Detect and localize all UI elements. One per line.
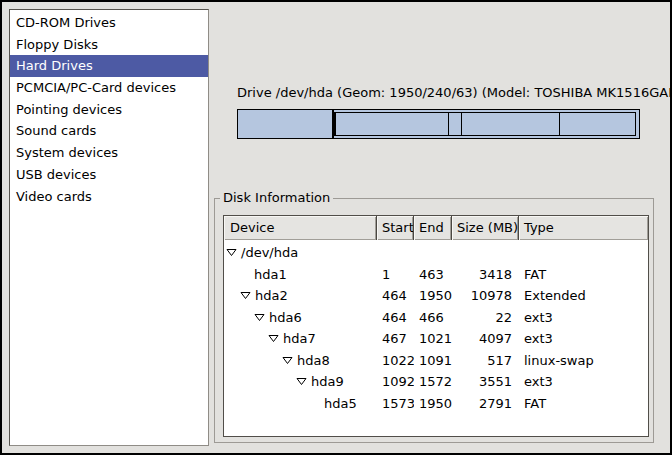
size-cell: 3551 bbox=[452, 371, 519, 393]
table-row-hda8[interactable]: hda810221091517linux-swap bbox=[224, 350, 648, 372]
end-cell: 1572 bbox=[414, 371, 452, 393]
type-cell: FAT bbox=[519, 393, 648, 415]
start-cell: 1 bbox=[377, 264, 414, 286]
type-cell bbox=[519, 242, 648, 264]
sidebar-item-pcmcia-pc-card-devices[interactable]: PCMCIA/PC-Card devices bbox=[10, 77, 208, 99]
partition-segment-hda2 bbox=[333, 109, 640, 139]
table-row-hda1[interactable]: hda114633418FAT bbox=[224, 264, 648, 286]
type-cell: FAT bbox=[519, 264, 648, 286]
size-cell: 22 bbox=[452, 307, 519, 329]
type-cell: linux-swap bbox=[519, 350, 648, 372]
size-cell: 2791 bbox=[452, 393, 519, 415]
device-cell: hda2 bbox=[224, 285, 377, 307]
device-label: hda5 bbox=[324, 393, 357, 415]
end-cell: 1091 bbox=[414, 350, 452, 372]
end-cell: 1950 bbox=[414, 285, 452, 307]
end-cell bbox=[414, 242, 452, 264]
size-cell: 3418 bbox=[452, 264, 519, 286]
sidebar-item-floppy-disks[interactable]: Floppy Disks bbox=[10, 34, 208, 56]
hardware-browser-window: CD-ROM DrivesFloppy DisksHard DrivesPCMC… bbox=[0, 0, 672, 455]
column-header-end[interactable]: End bbox=[414, 216, 452, 240]
expander-open-icon[interactable] bbox=[254, 312, 265, 323]
start-cell: 1573 bbox=[377, 393, 414, 415]
type-cell: Extended bbox=[519, 285, 648, 307]
device-label: /dev/hda bbox=[241, 242, 298, 264]
end-cell: 1021 bbox=[414, 328, 452, 350]
start-cell: 1092 bbox=[377, 371, 414, 393]
start-cell bbox=[377, 242, 414, 264]
disk-information-group: Disk Information DeviceStartEndSize (MB)… bbox=[214, 198, 654, 443]
type-cell: ext3 bbox=[519, 371, 648, 393]
start-cell: 464 bbox=[377, 307, 414, 329]
device-label: hda7 bbox=[283, 328, 316, 350]
partition-segment-hda8 bbox=[448, 112, 462, 136]
partition-segment-hda7 bbox=[335, 112, 449, 136]
device-cell: hda6 bbox=[224, 307, 377, 329]
device-label: hda8 bbox=[297, 350, 330, 372]
sidebar-item-hard-drives[interactable]: Hard Drives bbox=[10, 55, 208, 77]
device-cell: hda1 bbox=[224, 264, 377, 286]
device-label: hda1 bbox=[254, 264, 287, 286]
sidebar-item-usb-devices[interactable]: USB devices bbox=[10, 164, 208, 186]
disk-information-label: Disk Information bbox=[220, 190, 333, 206]
end-cell: 1950 bbox=[414, 393, 452, 415]
expander-open-icon[interactable] bbox=[268, 333, 279, 344]
sidebar-item-pointing-devices[interactable]: Pointing devices bbox=[10, 99, 208, 121]
device-cell: hda8 bbox=[224, 350, 377, 372]
device-cell: /dev/hda bbox=[224, 242, 377, 264]
device-label: hda9 bbox=[311, 371, 344, 393]
drive-title: Drive /dev/hda (Geom: 1950/240/63) (Mode… bbox=[237, 85, 640, 101]
expander-open-icon[interactable] bbox=[296, 376, 307, 387]
table-header-row: DeviceStartEndSize (MB)Type bbox=[224, 216, 648, 240]
column-header-device[interactable]: Device bbox=[224, 216, 377, 240]
expander-open-icon[interactable] bbox=[226, 247, 237, 258]
device-label: hda2 bbox=[255, 285, 288, 307]
start-cell: 1022 bbox=[377, 350, 414, 372]
table-row-hda5[interactable]: hda5157319502791FAT bbox=[224, 393, 648, 415]
device-category-list: CD-ROM DrivesFloppy DisksHard DrivesPCMC… bbox=[9, 9, 209, 446]
sidebar-item-cd-rom-drives[interactable]: CD-ROM Drives bbox=[10, 12, 208, 34]
size-cell: 517 bbox=[452, 350, 519, 372]
table-row-hda7[interactable]: hda746710214097ext3 bbox=[224, 328, 648, 350]
device-cell: hda7 bbox=[224, 328, 377, 350]
size-cell bbox=[452, 242, 519, 264]
partition-segment-hda9 bbox=[461, 112, 560, 136]
size-cell: 4097 bbox=[452, 328, 519, 350]
device-cell: hda9 bbox=[224, 371, 377, 393]
device-cell: hda5 bbox=[224, 393, 377, 415]
sidebar-item-sound-cards[interactable]: Sound cards bbox=[10, 120, 208, 142]
table-row-hda6[interactable]: hda646446622ext3 bbox=[224, 307, 648, 329]
column-header-size-mb[interactable]: Size (MB) bbox=[452, 216, 519, 240]
drive-partition-bar bbox=[237, 109, 640, 139]
sidebar-item-system-devices[interactable]: System devices bbox=[10, 142, 208, 164]
start-cell: 464 bbox=[377, 285, 414, 307]
column-header-start[interactable]: Start bbox=[377, 216, 414, 240]
table-row-hda2[interactable]: hda2464195010978Extended bbox=[224, 285, 648, 307]
end-cell: 463 bbox=[414, 264, 452, 286]
expander-open-icon[interactable] bbox=[282, 355, 293, 366]
partition-segment-hda1 bbox=[237, 109, 333, 139]
partition-segment-hda5 bbox=[559, 112, 637, 136]
expander-open-icon[interactable] bbox=[240, 290, 251, 301]
type-cell: ext3 bbox=[519, 307, 648, 329]
column-header-type[interactable]: Type bbox=[519, 216, 648, 240]
size-cell: 10978 bbox=[452, 285, 519, 307]
table-row-hda9[interactable]: hda9109215723551ext3 bbox=[224, 371, 648, 393]
disk-information-table: DeviceStartEndSize (MB)Type /dev/hdahda1… bbox=[223, 215, 649, 437]
sidebar-item-video-cards[interactable]: Video cards bbox=[10, 186, 208, 208]
type-cell: ext3 bbox=[519, 328, 648, 350]
table-row-dev-hda[interactable]: /dev/hda bbox=[224, 242, 648, 264]
table-body: /dev/hdahda114633418FAThda2464195010978E… bbox=[224, 240, 648, 414]
start-cell: 467 bbox=[377, 328, 414, 350]
device-label: hda6 bbox=[269, 307, 302, 329]
end-cell: 466 bbox=[414, 307, 452, 329]
